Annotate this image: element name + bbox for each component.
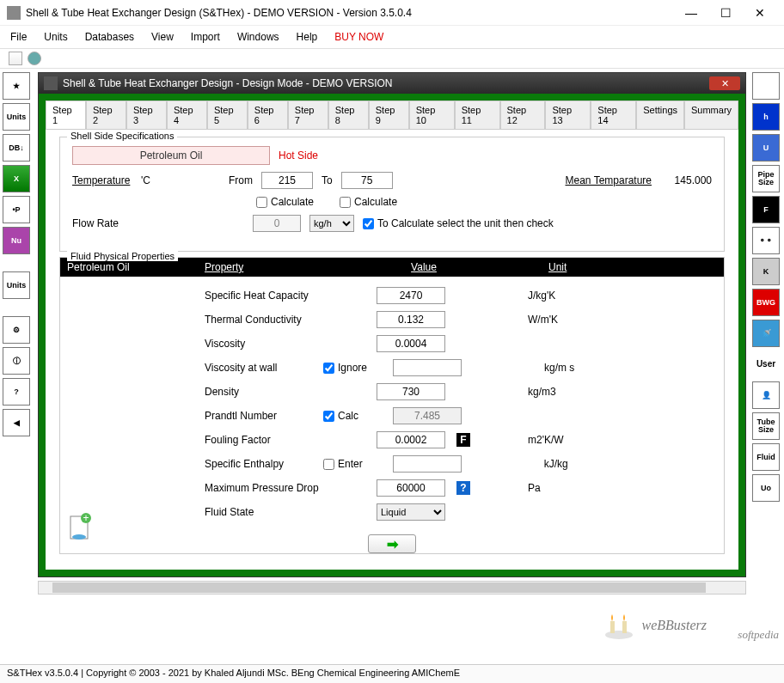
prop-value-input[interactable]	[377, 479, 445, 497]
prop-unit: kg/m3	[528, 386, 556, 398]
tab-step-8[interactable]: Step 8	[328, 101, 369, 129]
svg-text:+: +	[83, 513, 89, 524]
calc-to-checkbox[interactable]: Calculate	[340, 196, 397, 208]
prop-value-input[interactable]	[377, 383, 445, 400]
temp-from-input[interactable]	[261, 172, 313, 189]
col-property: Property	[205, 261, 377, 273]
right-rail-btn-0[interactable]	[752, 72, 780, 100]
tab-step-7[interactable]: Step 7	[288, 101, 328, 129]
left-rail-btn-10[interactable]: ⓘ	[3, 347, 30, 375]
prop-name: Viscosity	[205, 338, 377, 350]
fouling-help-icon[interactable]: F	[456, 433, 470, 447]
right-rail-btn-13[interactable]: Uo	[752, 474, 780, 502]
prop-value-input[interactable]	[393, 359, 462, 376]
prop-value-input[interactable]	[377, 335, 445, 352]
menu-import[interactable]: Import	[191, 31, 220, 43]
prop-name: Density	[205, 386, 377, 398]
right-rail-btn-11[interactable]: Tube Size	[752, 412, 780, 440]
flow-rate-input[interactable]	[253, 215, 301, 232]
tab-step-3[interactable]: Step 3	[126, 101, 167, 129]
left-rail-btn-5[interactable]: Nu	[3, 227, 30, 254]
tab-summary[interactable]: Summary	[684, 101, 738, 129]
tab-step-13[interactable]: Step 13	[545, 101, 591, 129]
right-rail-btn-9[interactable]: User	[752, 351, 780, 378]
menu-file[interactable]: File	[10, 31, 27, 43]
flow-calc-checkbox[interactable]: To Calculate select the unit then check	[363, 217, 554, 229]
right-rail-btn-6[interactable]: K	[752, 258, 780, 285]
prop-checkbox[interactable]: Ignore	[323, 362, 367, 374]
tab-step-12[interactable]: Step 12	[500, 101, 546, 129]
mdi-icon	[44, 76, 58, 90]
prop-value-input[interactable]	[393, 455, 462, 473]
tab-step-2[interactable]: Step 2	[86, 101, 126, 129]
right-rail-btn-8[interactable]: 🚿	[752, 320, 780, 347]
prop-value-input[interactable]	[377, 431, 445, 448]
minimize-button[interactable]: —	[674, 1, 708, 25]
prop-value-input[interactable]	[377, 311, 445, 328]
prop-checkbox[interactable]: Calc	[323, 410, 358, 422]
new-doc-icon[interactable]	[9, 52, 22, 65]
menu-units[interactable]: Units	[44, 31, 67, 43]
right-rail-btn-1[interactable]: h	[752, 103, 780, 131]
tab-step-10[interactable]: Step 10	[409, 101, 455, 129]
tab-step-1[interactable]: Step 1	[46, 101, 86, 129]
right-rail-btn-7[interactable]: BWG	[752, 289, 780, 316]
tab-step-14[interactable]: Step 14	[591, 101, 636, 129]
prop-select[interactable]: Liquid	[377, 503, 445, 521]
prop-row-3: Viscosity at wallIgnorekg/m s	[67, 356, 717, 380]
tab-step-9[interactable]: Step 9	[369, 101, 409, 129]
col-value: Value	[377, 261, 471, 273]
help-icon[interactable]: ?	[456, 481, 470, 495]
menu-databases[interactable]: Databases	[85, 31, 134, 43]
prop-checkbox[interactable]: Enter	[323, 458, 363, 470]
left-rail-btn-4[interactable]: •P	[3, 196, 30, 223]
right-rail-btn-3[interactable]: Pipe Size	[752, 165, 780, 192]
flow-unit-select[interactable]: kg/h	[309, 215, 354, 232]
tab-settings[interactable]: Settings	[636, 101, 684, 129]
maximize-button[interactable]: ☐	[708, 1, 743, 25]
svg-point-6	[605, 631, 633, 639]
add-fluid-icon[interactable]: +	[69, 513, 93, 543]
left-rail-btn-9[interactable]: ⚙	[3, 316, 30, 344]
hot-side-label: Hot Side	[279, 149, 318, 162]
titlebar: Shell & Tube Heat Exchanger Design (S&TH…	[0, 0, 784, 26]
prop-unit: kJ/kg	[544, 458, 568, 470]
left-rail-btn-12[interactable]: ◀	[3, 409, 30, 436]
mdi-child-window: Shell & Tube Heat Exchanger Design - Des…	[38, 72, 746, 577]
left-rail-btn-11[interactable]: ?	[3, 378, 30, 406]
right-rail-btn-10[interactable]: 👤	[752, 381, 780, 409]
next-step-button[interactable]: ➡	[368, 534, 416, 553]
step-tabs: Step 1Step 2Step 3Step 4Step 5Step 6Step…	[46, 101, 738, 130]
to-label: To	[322, 174, 333, 186]
temp-to-input[interactable]	[341, 172, 393, 189]
horizontal-scrollbar[interactable]	[38, 581, 746, 595]
prop-row-0: Specific Heat CapacityJ/kg'K	[67, 284, 717, 308]
left-rail-btn-1[interactable]: Units	[3, 103, 30, 131]
calc-from-checkbox[interactable]: Calculate	[256, 196, 314, 208]
tab-step-4[interactable]: Step 4	[167, 101, 207, 129]
left-rail-btn-2[interactable]: DB↓	[3, 134, 30, 162]
tab-step-6[interactable]: Step 6	[248, 101, 288, 129]
right-rail-btn-2[interactable]: U	[752, 134, 780, 162]
right-rail-btn-4[interactable]: F	[752, 196, 780, 223]
close-button[interactable]: ✕	[743, 1, 777, 25]
fluid-name-display[interactable]: Petroleum Oil	[72, 146, 270, 165]
mdi-titlebar[interactable]: Shell & Tube Heat Exchanger Design - Des…	[39, 73, 745, 94]
from-label: From	[201, 174, 253, 186]
left-rail-btn-7[interactable]: Units	[3, 271, 30, 299]
left-rail-btn-3[interactable]: X	[3, 165, 30, 192]
tab-step-11[interactable]: Step 11	[455, 101, 500, 129]
left-rail-btn-0[interactable]: ★	[3, 72, 30, 100]
tab-step-5[interactable]: Step 5	[207, 101, 248, 129]
menu-buy-now[interactable]: BUY NOW	[334, 31, 383, 43]
right-rail-btn-5[interactable]: ⚬⚬	[752, 227, 780, 254]
prop-value-input[interactable]	[393, 407, 462, 424]
right-rail-btn-12[interactable]: Fluid	[752, 443, 780, 471]
mean-temp-label: Mean Temparature	[566, 174, 652, 186]
prop-value-input[interactable]	[377, 287, 445, 304]
menu-help[interactable]: Help	[297, 31, 318, 43]
menu-view[interactable]: View	[151, 31, 174, 43]
mdi-close-button[interactable]: ✕	[709, 76, 740, 90]
menu-windows[interactable]: Windows	[237, 31, 279, 43]
settings-icon[interactable]	[28, 52, 41, 65]
